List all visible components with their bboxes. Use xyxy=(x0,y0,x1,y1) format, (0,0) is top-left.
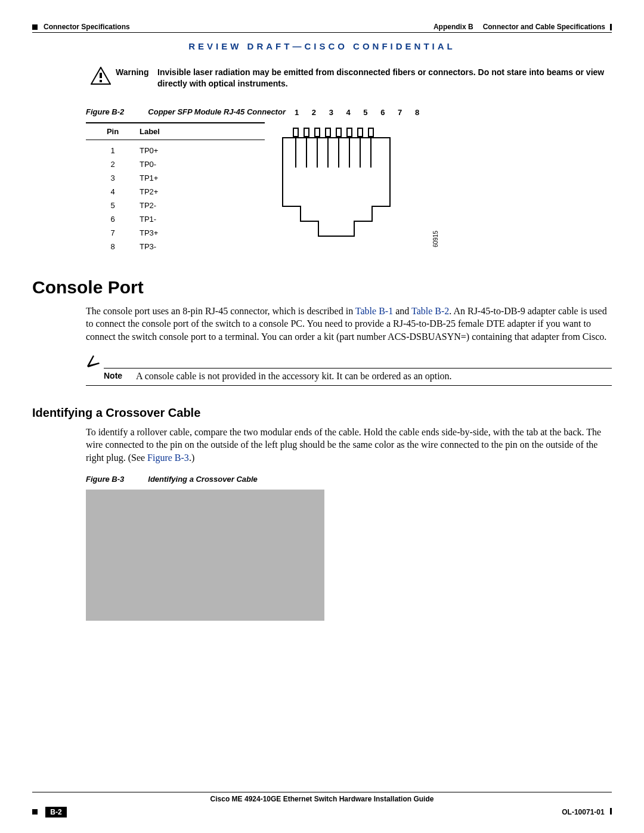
crossover-paragraph: To identify a rollover cable, compare th… xyxy=(86,426,612,465)
footer-book-title: Cisco ME 4924-10GE Ethernet Switch Hardw… xyxy=(210,795,434,803)
diagram-id: 60915 xyxy=(432,231,439,247)
figure-b3-title: Identifying a Crossover Cable xyxy=(148,475,258,484)
table-row: 6TP1- xyxy=(86,212,265,226)
footer-marker-icon xyxy=(32,809,38,815)
header-appendix-title: Connector and Cable Specifications xyxy=(483,23,605,31)
note-label: Note xyxy=(104,371,136,380)
link-figure-b3[interactable]: Figure B-3 xyxy=(147,453,189,463)
table-row: 1TP0+ xyxy=(86,144,265,157)
table-row: 5TP2- xyxy=(86,199,265,212)
pin-table: Pin Label 1TP0+ 2TP0- 3TP1+ 4TP2+ 5TP2- … xyxy=(86,122,265,253)
figure-b3-caption: Figure B-3 Identifying a Crossover Cable xyxy=(86,475,612,484)
console-port-paragraph: The console port uses an 8-pin RJ-45 con… xyxy=(86,305,612,343)
header-rule xyxy=(32,32,612,33)
console-port-heading: Console Port xyxy=(32,277,612,298)
figure-b3-ref: Figure B-3 xyxy=(86,475,124,484)
svg-rect-11 xyxy=(293,128,298,137)
svg-rect-13 xyxy=(315,128,320,137)
svg-rect-14 xyxy=(326,128,330,137)
svg-rect-12 xyxy=(304,128,309,137)
table-row: 3TP1+ xyxy=(86,171,265,185)
svg-rect-17 xyxy=(358,128,363,137)
figure-b3-image-placeholder xyxy=(86,490,324,621)
confidential-banner: REVIEW DRAFT—CISCO CONFIDENTIAL xyxy=(32,41,612,51)
svg-rect-16 xyxy=(347,128,352,137)
warning-icon xyxy=(86,67,116,87)
crossover-heading: Identifying a Crossover Cable xyxy=(32,406,612,420)
table-row: 2TP0- xyxy=(86,157,265,171)
svg-rect-2 xyxy=(100,80,102,82)
table-row: 4TP2+ xyxy=(86,185,265,199)
link-table-b1[interactable]: Table B-1 xyxy=(355,306,393,316)
warning-text: Invisible laser radiation may be emitted… xyxy=(157,67,612,89)
rj45-pin-numbers: 1 2 3 4 5 6 7 8 xyxy=(295,108,425,117)
link-table-b2[interactable]: Table B-2 xyxy=(411,306,449,316)
running-header: Connector Specifications Appendix B Conn… xyxy=(32,23,612,31)
rj45-connector-icon xyxy=(271,126,402,245)
footer-end-bar-icon xyxy=(610,808,612,815)
pin-table-head-pin: Pin xyxy=(86,127,140,136)
header-section-left: Connector Specifications xyxy=(44,23,130,31)
header-appendix-label: Appendix B xyxy=(434,23,473,31)
page-footer: Cisco ME 4924-10GE Ethernet Switch Hardw… xyxy=(32,792,612,817)
svg-rect-1 xyxy=(100,73,102,78)
note-block: Note A console cable is not provided in … xyxy=(86,354,612,386)
header-marker-icon xyxy=(32,24,38,30)
warning-label: Warning xyxy=(116,67,157,77)
warning-block: Warning Invisible laser radiation may be… xyxy=(86,67,612,89)
page-number-badge: B-2 xyxy=(45,807,66,817)
figure-b2-content: Pin Label 1TP0+ 2TP0- 3TP1+ 4TP2+ 5TP2- … xyxy=(86,122,612,253)
note-icon xyxy=(86,354,104,371)
svg-rect-18 xyxy=(369,128,373,137)
rj45-diagram: 1 2 3 4 5 6 7 8 xyxy=(271,122,426,247)
table-row: 7TP3+ xyxy=(86,226,265,240)
header-end-bar-icon xyxy=(610,24,612,30)
figure-b2-title: Copper SFP Module RJ-45 Connector xyxy=(148,107,286,116)
note-text: A console cable is not provided in the a… xyxy=(136,371,612,382)
table-row: 8TP3- xyxy=(86,240,265,253)
footer-doc-id: OL-10071-01 xyxy=(562,808,604,816)
figure-b2-ref: Figure B-2 xyxy=(86,107,124,116)
svg-rect-15 xyxy=(336,128,341,137)
pin-table-head-label: Label xyxy=(140,127,211,136)
